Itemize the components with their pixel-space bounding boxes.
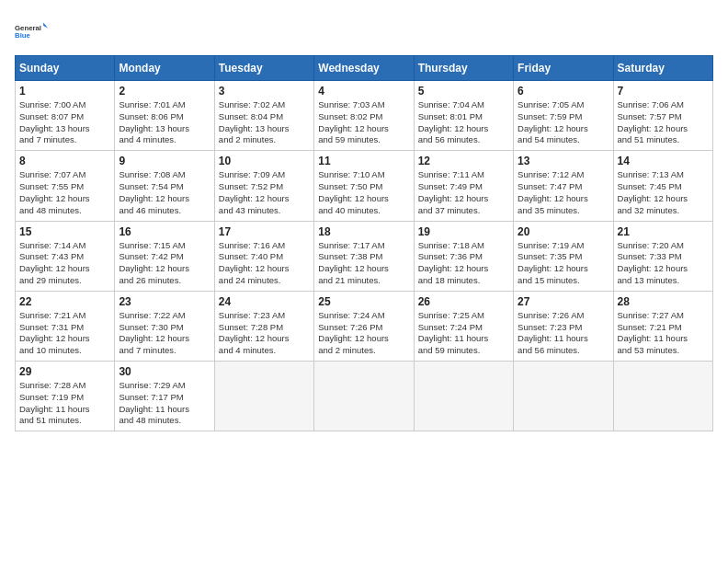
calendar-table: SundayMondayTuesdayWednesdayThursdayFrid…	[15, 55, 713, 431]
logo: General Blue	[15, 15, 48, 48]
day-info: Sunrise: 7:05 AM Sunset: 7:59 PM Dayligh…	[518, 99, 609, 146]
day-info: Sunrise: 7:19 AM Sunset: 7:35 PM Dayligh…	[518, 240, 609, 287]
calendar-day-3: 3Sunrise: 7:02 AM Sunset: 8:04 PM Daylig…	[214, 81, 313, 151]
day-number: 1	[19, 85, 110, 98]
calendar-day-21: 21Sunrise: 7:20 AM Sunset: 7:33 PM Dayli…	[613, 221, 712, 291]
day-number: 7	[618, 85, 709, 98]
day-number: 10	[219, 155, 310, 167]
day-number: 28	[618, 295, 709, 308]
calendar-day-4: 4Sunrise: 7:03 AM Sunset: 8:02 PM Daylig…	[314, 81, 414, 151]
calendar-day-10: 10Sunrise: 7:09 AM Sunset: 7:52 PM Dayli…	[214, 151, 313, 221]
day-info: Sunrise: 7:01 AM Sunset: 8:06 PM Dayligh…	[119, 99, 210, 146]
day-info: Sunrise: 7:15 AM Sunset: 7:42 PM Dayligh…	[119, 240, 210, 287]
day-info: Sunrise: 7:17 AM Sunset: 7:38 PM Dayligh…	[318, 240, 409, 287]
calendar-day-30: 30Sunrise: 7:29 AM Sunset: 7:17 PM Dayli…	[115, 362, 214, 431]
day-number: 18	[318, 225, 409, 238]
day-number: 29	[19, 365, 110, 378]
calendar-day-6: 6Sunrise: 7:05 AM Sunset: 7:59 PM Daylig…	[514, 81, 613, 151]
day-number: 12	[418, 155, 509, 167]
day-info: Sunrise: 7:18 AM Sunset: 7:36 PM Dayligh…	[418, 240, 509, 287]
day-info: Sunrise: 7:23 AM Sunset: 7:28 PM Dayligh…	[219, 310, 310, 357]
calendar-day-1: 1Sunrise: 7:00 AM Sunset: 8:07 PM Daylig…	[16, 81, 115, 151]
calendar-day-2: 2Sunrise: 7:01 AM Sunset: 8:06 PM Daylig…	[115, 81, 214, 151]
day-number: 25	[318, 295, 409, 308]
calendar-day-26: 26Sunrise: 7:25 AM Sunset: 7:24 PM Dayli…	[414, 291, 513, 361]
calendar-day-17: 17Sunrise: 7:16 AM Sunset: 7:40 PM Dayli…	[214, 221, 313, 291]
day-number: 2	[119, 85, 210, 98]
day-number: 22	[19, 295, 110, 308]
day-number: 8	[19, 155, 110, 167]
svg-text:Blue: Blue	[15, 31, 31, 40]
logo-svg: General Blue	[15, 15, 48, 48]
weekday-header-thursday: Thursday	[414, 56, 513, 81]
calendar-day-27: 27Sunrise: 7:26 AM Sunset: 7:23 PM Dayli…	[514, 291, 613, 361]
calendar-week-4: 22Sunrise: 7:21 AM Sunset: 7:31 PM Dayli…	[16, 291, 713, 361]
weekday-header-saturday: Saturday	[613, 56, 712, 81]
calendar-day-14: 14Sunrise: 7:13 AM Sunset: 7:45 PM Dayli…	[613, 151, 712, 221]
empty-cell	[214, 362, 313, 431]
day-number: 21	[618, 225, 709, 238]
day-info: Sunrise: 7:21 AM Sunset: 7:31 PM Dayligh…	[19, 310, 110, 357]
calendar-day-9: 9Sunrise: 7:08 AM Sunset: 7:54 PM Daylig…	[115, 151, 214, 221]
empty-cell	[414, 362, 513, 431]
weekday-header-tuesday: Tuesday	[214, 56, 313, 81]
page-header: General Blue	[15, 15, 713, 48]
calendar-day-22: 22Sunrise: 7:21 AM Sunset: 7:31 PM Dayli…	[16, 291, 115, 361]
calendar-day-7: 7Sunrise: 7:06 AM Sunset: 7:57 PM Daylig…	[613, 81, 712, 151]
calendar-day-18: 18Sunrise: 7:17 AM Sunset: 7:38 PM Dayli…	[314, 221, 414, 291]
day-number: 13	[518, 155, 609, 167]
calendar-day-13: 13Sunrise: 7:12 AM Sunset: 7:47 PM Dayli…	[514, 151, 613, 221]
day-info: Sunrise: 7:14 AM Sunset: 7:43 PM Dayligh…	[19, 240, 110, 287]
day-number: 23	[119, 295, 210, 308]
day-info: Sunrise: 7:16 AM Sunset: 7:40 PM Dayligh…	[219, 240, 310, 287]
day-info: Sunrise: 7:29 AM Sunset: 7:17 PM Dayligh…	[119, 380, 210, 427]
day-number: 27	[518, 295, 609, 308]
calendar-day-20: 20Sunrise: 7:19 AM Sunset: 7:35 PM Dayli…	[514, 221, 613, 291]
day-info: Sunrise: 7:12 AM Sunset: 7:47 PM Dayligh…	[518, 169, 609, 216]
day-number: 19	[418, 225, 509, 238]
day-info: Sunrise: 7:20 AM Sunset: 7:33 PM Dayligh…	[618, 240, 709, 287]
calendar-day-25: 25Sunrise: 7:24 AM Sunset: 7:26 PM Dayli…	[314, 291, 414, 361]
svg-text:General: General	[15, 24, 41, 32]
day-number: 5	[418, 85, 509, 98]
calendar-day-16: 16Sunrise: 7:15 AM Sunset: 7:42 PM Dayli…	[115, 221, 214, 291]
calendar-day-29: 29Sunrise: 7:28 AM Sunset: 7:19 PM Dayli…	[16, 362, 115, 431]
calendar-week-3: 15Sunrise: 7:14 AM Sunset: 7:43 PM Dayli…	[16, 221, 713, 291]
calendar-day-19: 19Sunrise: 7:18 AM Sunset: 7:36 PM Dayli…	[414, 221, 513, 291]
day-info: Sunrise: 7:10 AM Sunset: 7:50 PM Dayligh…	[318, 169, 409, 216]
calendar-day-24: 24Sunrise: 7:23 AM Sunset: 7:28 PM Dayli…	[214, 291, 313, 361]
calendar-day-5: 5Sunrise: 7:04 AM Sunset: 8:01 PM Daylig…	[414, 81, 513, 151]
day-number: 9	[119, 155, 210, 167]
day-info: Sunrise: 7:06 AM Sunset: 7:57 PM Dayligh…	[618, 99, 709, 146]
day-number: 15	[19, 225, 110, 238]
calendar-week-2: 8Sunrise: 7:07 AM Sunset: 7:55 PM Daylig…	[16, 151, 713, 221]
day-number: 17	[219, 225, 310, 238]
day-info: Sunrise: 7:09 AM Sunset: 7:52 PM Dayligh…	[219, 169, 310, 216]
calendar-week-5: 29Sunrise: 7:28 AM Sunset: 7:19 PM Dayli…	[16, 362, 713, 431]
day-number: 3	[219, 85, 310, 98]
empty-cell	[314, 362, 414, 431]
empty-cell	[613, 362, 712, 431]
empty-cell	[514, 362, 613, 431]
day-number: 30	[119, 365, 210, 378]
day-number: 26	[418, 295, 509, 308]
day-info: Sunrise: 7:26 AM Sunset: 7:23 PM Dayligh…	[518, 310, 609, 357]
calendar-day-11: 11Sunrise: 7:10 AM Sunset: 7:50 PM Dayli…	[314, 151, 414, 221]
weekday-header-monday: Monday	[115, 56, 214, 81]
calendar-day-23: 23Sunrise: 7:22 AM Sunset: 7:30 PM Dayli…	[115, 291, 214, 361]
day-info: Sunrise: 7:28 AM Sunset: 7:19 PM Dayligh…	[19, 380, 110, 427]
day-info: Sunrise: 7:03 AM Sunset: 8:02 PM Dayligh…	[318, 99, 409, 146]
day-info: Sunrise: 7:04 AM Sunset: 8:01 PM Dayligh…	[418, 99, 509, 146]
day-info: Sunrise: 7:22 AM Sunset: 7:30 PM Dayligh…	[119, 310, 210, 357]
day-info: Sunrise: 7:00 AM Sunset: 8:07 PM Dayligh…	[19, 99, 110, 146]
calendar-day-28: 28Sunrise: 7:27 AM Sunset: 7:21 PM Dayli…	[613, 291, 712, 361]
weekday-header-sunday: Sunday	[16, 56, 115, 81]
day-info: Sunrise: 7:07 AM Sunset: 7:55 PM Dayligh…	[19, 169, 110, 216]
svg-marker-2	[43, 22, 48, 28]
weekday-header-row: SundayMondayTuesdayWednesdayThursdayFrid…	[16, 56, 713, 81]
calendar-day-12: 12Sunrise: 7:11 AM Sunset: 7:49 PM Dayli…	[414, 151, 513, 221]
calendar-day-8: 8Sunrise: 7:07 AM Sunset: 7:55 PM Daylig…	[16, 151, 115, 221]
day-info: Sunrise: 7:11 AM Sunset: 7:49 PM Dayligh…	[418, 169, 509, 216]
day-number: 24	[219, 295, 310, 308]
day-info: Sunrise: 7:24 AM Sunset: 7:26 PM Dayligh…	[318, 310, 409, 357]
